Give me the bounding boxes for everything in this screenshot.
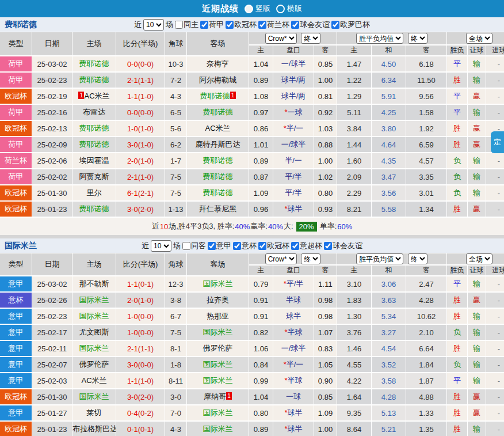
corners-cell: 7-5 [165,325,187,341]
fullmatch-select[interactable]: 全场 [466,253,492,264]
corners-cell: 3-0 [165,389,187,405]
odds-home-cell: 0.89 [249,73,273,89]
league-type-cell: 荷甲 [0,169,32,185]
result-cell: 胜 [447,293,468,309]
handicap-result-cell: 赢 [468,121,486,137]
odds-company-select[interactable]: Crow* [265,33,297,44]
same-home-filter[interactable]: 同主 [175,20,198,30]
pin-side-tab[interactable]: 定 [491,131,504,153]
avg-draw-cell: 3.52 [372,357,406,373]
odds-away-cell: 0.85 [314,389,337,405]
away-team-cell: 国际米兰 [187,373,249,389]
col-header-avg-draw: 和 [372,266,406,276]
odds-company-select[interactable]: Crow* [265,253,297,264]
league-checkbox[interactable] [291,242,299,250]
summary-text: 10 [160,222,168,231]
home-team-cell: 尤文图斯 [72,325,116,341]
league-filter-意甲[interactable]: 意甲 [208,241,231,251]
odds-away-cell: 1.09 [314,405,337,422]
radio-horizontal-layout[interactable]: 横版 [276,3,302,14]
avg-away-cell: 1.34 [406,202,447,218]
col-header-avg-draw: 和 [372,46,406,56]
league-checkbox[interactable] [233,242,241,250]
league-filter-意杯[interactable]: 意杯 [233,241,257,251]
col-header-let-ball: 让球 [468,46,486,56]
league-type-cell: 意杯 [0,293,32,309]
near-count-select[interactable]: 10 [151,240,171,252]
avg-draw-cell: 4.64 [372,137,406,153]
avg-away-cell: 2.10 [406,325,447,341]
score-cell: 0-4(0-2) [116,405,165,422]
league-filter-球会友谊[interactable]: 球会友谊 [291,20,330,30]
near-count-select[interactable]: 10 [143,19,164,31]
league-filter-意超杯[interactable]: 意超杯 [291,241,322,251]
league-filter-欧冠杯[interactable]: 欧冠杯 [258,241,289,251]
final-avg-select[interactable]: 终 [408,33,427,44]
fullmatch-select[interactable]: 全场 [466,33,492,44]
radio-vertical-layout[interactable]: 竖版 [245,3,270,14]
goals-cell: - [486,389,504,405]
corners-cell: 8-1 [165,341,187,357]
date-cell: 25-02-06 [32,153,72,169]
same-away-checkbox[interactable] [182,242,190,250]
league-label: 意杯 [242,241,257,251]
handicap-cell: 半球 [273,293,314,309]
score-cell: 6-1(2-1) [116,185,165,202]
home-team-cell: 国际米兰 [72,341,116,357]
same-away-filter[interactable]: 同客 [182,241,206,251]
odds-away-cell: 1.03 [314,121,337,137]
date-cell: 25-01-23 [32,422,72,436]
match-row: 欧冠杯25-01-30国际米兰3-0(2-0)3-0摩纳哥11.04一球0.85… [0,389,504,405]
col-header-goals: 进球 [486,266,504,276]
goals-cell: - [486,89,504,105]
match-row: 意甲25-02-17尤文图斯1-0(0-0)7-5国际米兰0.82*半球1.07… [0,325,504,341]
odds-away-cell: 0.90 [314,373,337,389]
col-header-odds-away: 客 [314,266,337,276]
league-label: 意甲 [216,241,231,251]
league-filter-欧罗巴杯[interactable]: 欧罗巴杯 [331,20,370,30]
handicap-result-cell: 赢 [468,89,486,105]
avg-odds-select[interactable]: 胜平负均值 [356,253,403,264]
match-row: 欧冠杯25-01-23布拉格斯巴达0-1(0-1)4-3国际米兰0.89*球半1… [0,422,504,436]
league-filter-荷甲[interactable]: 荷甲 [200,20,224,30]
league-filter-荷兰杯[interactable]: 荷兰杯 [258,20,289,30]
avg-home-cell: 1.47 [337,56,372,73]
avg-odds-select[interactable]: 胜平负均值 [356,33,403,44]
score-cell: 1-0(1-0) [116,121,165,137]
same-home-checkbox[interactable] [175,21,183,29]
league-checkbox[interactable] [291,21,299,29]
league-checkbox[interactable] [331,21,339,29]
score-cell: 0-0(0-0) [116,105,165,121]
near-label: 近 [134,20,142,30]
avg-away-cell: 4.57 [406,153,447,169]
handicap-cell: 半/一 [273,153,314,169]
score-cell: 1-0(0-0) [116,309,165,325]
league-checkbox[interactable] [258,242,266,250]
home-team-cell: 埃因霍温 [72,153,116,169]
league-filter-球会友谊[interactable]: 球会友谊 [324,241,362,251]
avg-away-cell: 3.35 [406,169,447,185]
col-header-away: 客场 [187,253,249,276]
final-odds-select[interactable]: 终 [301,253,320,264]
final-odds-select[interactable]: 终 [301,33,320,44]
league-checkbox[interactable] [208,242,216,250]
score-cell: 2-0(1-0) [116,293,165,309]
col-header-let-ball: 让球 [468,266,486,276]
section-feyenoord: 费耶诺德 近 10 场 同主 荷甲欧冠杯荷兰杯球会友谊欧罗巴杯 类型 日期 主场… [0,17,504,235]
league-checkbox[interactable] [226,21,234,29]
handicap-result-cell: 输 [468,105,486,121]
radio-vertical-label: 竖版 [255,3,270,14]
odds-away-cell: 1.00 [314,153,337,169]
league-checkbox[interactable] [200,21,208,29]
final-avg-select[interactable]: 终 [408,253,427,264]
league-filter-欧冠杯[interactable]: 欧冠杯 [226,20,257,30]
col-header-avg-home: 主 [337,46,372,56]
league-checkbox[interactable] [324,242,332,250]
home-team-cell: 国际米兰 [72,309,116,325]
league-checkbox[interactable] [258,21,266,29]
result-cell: 负 [447,169,468,185]
date-cell: 25-02-17 [32,325,72,341]
match-row: 欧冠杯25-01-23费耶诺德3-0(2-0)1-13拜仁慕尼黑0.96*球半0… [0,202,504,218]
match-row: 欧冠杯25-01-30里尔6-1(2-1)7-5费耶诺德1.09平/半0.802… [0,185,504,202]
score-cell: 0-0(0-0) [116,56,165,73]
